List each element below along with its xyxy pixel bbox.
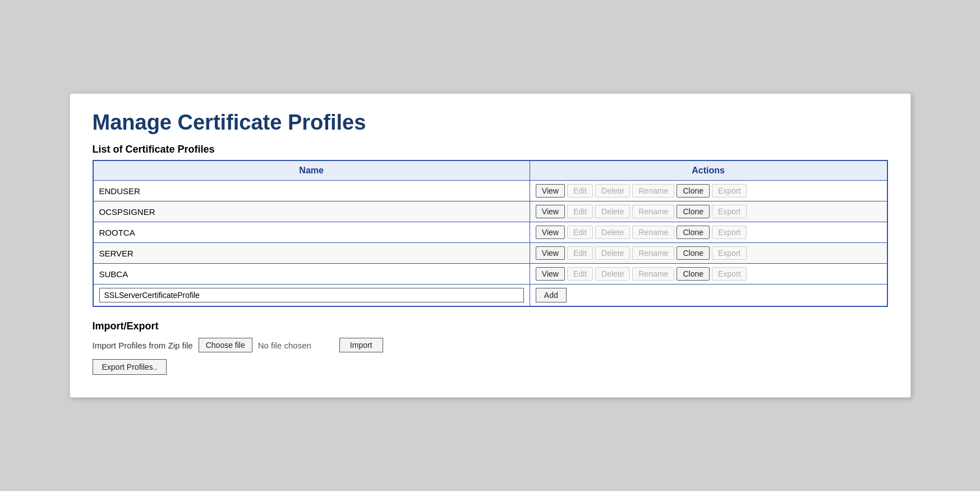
delete-button: Delete xyxy=(595,184,630,198)
clone-button[interactable]: Clone xyxy=(677,184,710,198)
profile-actions-cell: ViewEditDeleteRenameCloneExport xyxy=(530,222,887,243)
table-row: OCSPSIGNERViewEditDeleteRenameCloneExpor… xyxy=(93,201,887,222)
no-file-text: No file chosen xyxy=(258,341,311,350)
add-button[interactable]: Add xyxy=(536,288,567,302)
profile-name-cell: ENDUSER xyxy=(93,181,530,201)
rename-button: Rename xyxy=(632,246,674,260)
new-profile-input[interactable] xyxy=(99,288,524,302)
clone-button[interactable]: Clone xyxy=(677,267,710,281)
table-row: ENDUSERViewEditDeleteRenameCloneExport xyxy=(93,181,887,201)
col-header-name: Name xyxy=(93,160,530,181)
profiles-table: Name Actions ENDUSERViewEditDeleteRename… xyxy=(93,160,888,307)
rename-button: Rename xyxy=(632,205,674,218)
delete-button: Delete xyxy=(595,267,630,281)
clone-button[interactable]: Clone xyxy=(677,246,710,260)
rename-button: Rename xyxy=(632,226,674,239)
delete-button: Delete xyxy=(595,205,630,218)
profile-name-cell: SERVER xyxy=(93,243,530,264)
profile-name-cell: ROOTCA xyxy=(93,222,530,243)
page-container: Manage Certificate Profiles List of Cert… xyxy=(70,93,911,398)
table-row: SUBCAViewEditDeleteRenameCloneExport xyxy=(93,264,887,284)
profiles-section-title: List of Certificate Profiles xyxy=(93,144,888,155)
clone-button[interactable]: Clone xyxy=(677,226,710,239)
view-button[interactable]: View xyxy=(536,226,565,239)
rename-button: Rename xyxy=(632,184,674,198)
new-profile-row: Add xyxy=(93,284,887,307)
export-row: Export Profiles.. xyxy=(93,359,888,375)
profile-name-cell: OCSPSIGNER xyxy=(93,201,530,222)
new-profile-actions-cell: Add xyxy=(530,284,887,307)
page-title: Manage Certificate Profiles xyxy=(93,111,888,135)
table-row: SERVERViewEditDeleteRenameCloneExport xyxy=(93,243,887,264)
clone-button[interactable]: Clone xyxy=(677,205,710,218)
profile-actions-cell: ViewEditDeleteRenameCloneExport xyxy=(530,243,887,264)
import-row: Import Profiles from Zip file Choose fil… xyxy=(93,338,888,352)
export-button: Export xyxy=(712,226,747,239)
export-button: Export xyxy=(712,205,747,218)
import-export-title: Import/Export xyxy=(93,320,888,332)
view-button[interactable]: View xyxy=(536,246,565,260)
choose-file-button[interactable]: Choose file xyxy=(199,338,252,352)
col-header-actions: Actions xyxy=(530,160,887,181)
view-button[interactable]: View xyxy=(536,184,565,198)
view-button[interactable]: View xyxy=(536,205,565,218)
export-profiles-button[interactable]: Export Profiles.. xyxy=(93,359,167,375)
edit-button: Edit xyxy=(567,205,593,218)
export-button: Export xyxy=(712,184,747,198)
delete-button: Delete xyxy=(595,226,630,239)
edit-button: Edit xyxy=(567,184,593,198)
export-button: Export xyxy=(712,267,747,281)
profile-actions-cell: ViewEditDeleteRenameCloneExport xyxy=(530,201,887,222)
profile-name-cell: SUBCA xyxy=(93,264,530,284)
edit-button: Edit xyxy=(567,246,593,260)
profile-actions-cell: ViewEditDeleteRenameCloneExport xyxy=(530,264,887,284)
profile-actions-cell: ViewEditDeleteRenameCloneExport xyxy=(530,181,887,201)
new-profile-name-cell xyxy=(93,284,530,307)
table-row: ROOTCAViewEditDeleteRenameCloneExport xyxy=(93,222,887,243)
view-button[interactable]: View xyxy=(536,267,565,281)
delete-button: Delete xyxy=(595,246,630,260)
edit-button: Edit xyxy=(567,267,593,281)
import-label: Import Profiles from Zip file xyxy=(93,341,193,350)
rename-button: Rename xyxy=(632,267,674,281)
edit-button: Edit xyxy=(567,226,593,239)
export-button: Export xyxy=(712,246,747,260)
import-button[interactable]: Import xyxy=(339,338,383,352)
import-export-section: Import/Export Import Profiles from Zip f… xyxy=(93,320,888,375)
